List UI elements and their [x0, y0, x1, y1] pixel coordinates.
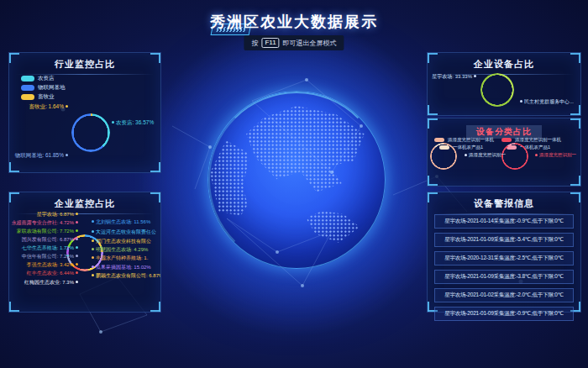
callout-text: 鹏颖生态农业有限公司: 6.87%	[96, 273, 160, 278]
chart-callout: 农资店: 36.57%	[110, 119, 154, 126]
panel-title: 行业监控占比	[9, 53, 160, 71]
callout-text: 李强生态农场: 3.42%	[27, 262, 74, 267]
chart-callout: 大运河生态牧业有限责任公	[90, 229, 160, 235]
legend-item: 温湿度光照识别一体机	[501, 137, 561, 143]
chart-callout: 瓜果采摘园基地: 15.02%	[90, 265, 160, 271]
callout-text: 丰源水产特种养殖场: 1.	[96, 255, 148, 260]
panel-title-wrap: 设备分类占比	[428, 118, 580, 139]
callout-dot	[92, 220, 94, 223]
alarm-list: 星宇农场-2021-01-14采集温度:-0.9℃,低于下限:0℃ 星宇农场-2…	[434, 214, 574, 325]
callout-dot	[112, 121, 114, 124]
chart-callout: 畜牧业: 1.64%	[16, 103, 70, 110]
chart-callout: 红丰生态农业: 6.44%	[11, 271, 80, 276]
hint-prefix: 按	[251, 39, 258, 48]
callout-text: 民主村党群服务中心...	[524, 99, 574, 104]
chart-callout: 北刘铜生态农场: 11.56%	[90, 219, 160, 225]
callout-text: 屈门生态农业科技有限公	[96, 239, 151, 244]
callout-dot	[520, 100, 522, 103]
callout-text: 物联网基地: 61.85%	[15, 152, 64, 158]
callout-text: 明慧园生态农场: 4.29%	[96, 247, 148, 252]
chart-callout: 星宇农场: 33.33%	[429, 74, 478, 80]
panel-industry-monitoring: 行业监控占比 农资店 物联网基地 畜牧业 畜牧业: 1.64% 农资店: 36.…	[8, 52, 161, 173]
callout-dot	[92, 256, 94, 259]
panel-title: 企业设备占比	[428, 53, 580, 71]
callout-dot	[92, 239, 94, 242]
callout-dot	[465, 154, 467, 156]
legend-swatch	[21, 94, 34, 100]
fullscreen-hint: 按 F11 即可退出全屏模式	[244, 35, 344, 50]
panel-device-ratio: 企业设备占比 星宇农场: 33.33% 民主村党群服务中心...	[427, 52, 581, 116]
panel-device-alarms: 设备警报信息 星宇农场-2021-01-14采集温度:-0.9℃,低于下限:0℃…	[427, 192, 581, 313]
callout-dot	[535, 154, 538, 156]
legend-item: 农资店	[21, 75, 55, 82]
callout-text: 温湿度光照识别一	[539, 152, 576, 157]
callout-dot	[92, 248, 94, 250]
page-title: 秀洲区农业大数据展示	[0, 12, 588, 32]
callout-text: 大运河生态牧业有限责任公	[96, 229, 156, 234]
hint-suffix: 即可退出全屏模式	[283, 39, 337, 48]
legend-item: 畜牧业	[21, 93, 55, 101]
legend-label: 农资店	[38, 75, 55, 82]
callout-dot	[76, 246, 78, 249]
callout-dot	[76, 213, 78, 215]
callout-text: 星宇农场: 6.87%	[37, 212, 74, 217]
chart-callout: 民主村党群服务中心...	[518, 99, 579, 105]
legend-swatch	[501, 138, 512, 142]
legend-label: 畜牧业	[38, 93, 55, 101]
alarm-row: 星宇农场-2021-01-09采集温度:-0.9℃,低于下限:0℃	[434, 307, 574, 321]
legend-item: 物联网基地	[21, 84, 66, 92]
callout-text: 星宇农场: 33.33%	[432, 74, 472, 79]
chart-callout: 鹏颖生态农业有限公司: 6.87%	[90, 273, 160, 279]
chart-callout: 家联农场有限公司: 7.72%	[11, 229, 80, 234]
legend-label: 温湿度光照识别一体机	[515, 137, 561, 143]
alarm-row: 星宇农场-2021-01-09采集温度:-3.8℃,低于下限:0℃	[434, 270, 574, 284]
globe-landmass	[306, 211, 360, 243]
legend-swatch	[21, 85, 34, 91]
callout-text: 红丰生态农业: 6.44%	[27, 271, 74, 276]
callout-text: 家联农场有限公司: 7.72%	[17, 229, 74, 234]
callout-text: 红梅园生态农业: 7.3%	[24, 280, 74, 285]
panel-device-classification: 设备分类占比 温湿度光照识别一体机 一体机农产品1 温湿度光照识别一体机 一体机…	[427, 118, 581, 187]
chart-callout: 李强生态农场: 3.42%	[11, 262, 80, 268]
chart-callout: 明慧园生态农场: 4.29%	[90, 247, 160, 253]
legend-swatch	[21, 76, 34, 81]
callout-dot	[66, 105, 68, 108]
callout-text: 畜牧业: 1.64%	[29, 103, 64, 109]
chart-callout: 七华生态养殖场: 1.72%	[11, 245, 80, 251]
callout-text: 农资店: 36.57%	[116, 119, 154, 125]
chart-callout: 丰源水产特种养殖场: 1.	[90, 255, 160, 261]
chart-callout: 温湿度光照识别一	[533, 151, 576, 158]
globe-landmass	[210, 140, 250, 218]
chart-callout: 永超雨露专业合作社: 4.72%	[11, 220, 80, 226]
callout-text: 永超雨露专业合作社: 4.72%	[12, 220, 74, 225]
alarm-row: 星宇农场-2021-01-14采集温度:-0.9℃,低于下限:0℃	[434, 214, 574, 229]
callout-dot	[92, 265, 94, 268]
device-ratio-donut-chart	[480, 73, 514, 107]
legend-swatch	[434, 138, 444, 142]
chart-callout: 物联网基地: 61.85%	[13, 152, 70, 159]
callout-dot	[76, 263, 78, 265]
callout-dot	[474, 75, 476, 77]
callout-dot	[76, 281, 78, 283]
callout-dot	[76, 229, 78, 232]
alarm-row: 星宇农场-2020-12-31采集温度:-2.5℃,低于下限:0℃	[434, 251, 574, 265]
alarm-row: 星宇农场-2021-01-09采集温度:-5.4℃,低于下限:0℃	[434, 233, 574, 247]
callout-dot	[92, 274, 94, 276]
legend-label: 物联网基地	[38, 84, 66, 92]
callout-text: 中信年有限公司: 7.29%	[22, 254, 74, 259]
device-class-left-donut	[430, 143, 457, 170]
callout-dot	[76, 255, 78, 257]
globe-landmass	[237, 102, 370, 209]
legend-item: 温湿度光照识别一体机	[434, 137, 494, 143]
callout-text: 北刘铜生态农场: 11.56%	[96, 219, 150, 224]
chart-callout: 星宇农场: 6.87%	[11, 212, 80, 218]
panel-title: 设备警报信息	[428, 192, 580, 210]
callout-dot	[92, 230, 94, 233]
callout-dot	[66, 154, 68, 156]
panel-title: 企业监控占比	[9, 192, 160, 210]
alarm-row: 星宇农场-2021-01-02采集温度:-2.0℃,低于下限:0℃	[434, 288, 574, 302]
callout-dot	[76, 221, 78, 223]
callout-text: 国兴发有限公司: 6.87%	[22, 237, 74, 242]
callout-text: 七华生态养殖场: 1.72%	[22, 245, 74, 250]
chart-callout: 温湿度光照识别一	[463, 151, 506, 158]
